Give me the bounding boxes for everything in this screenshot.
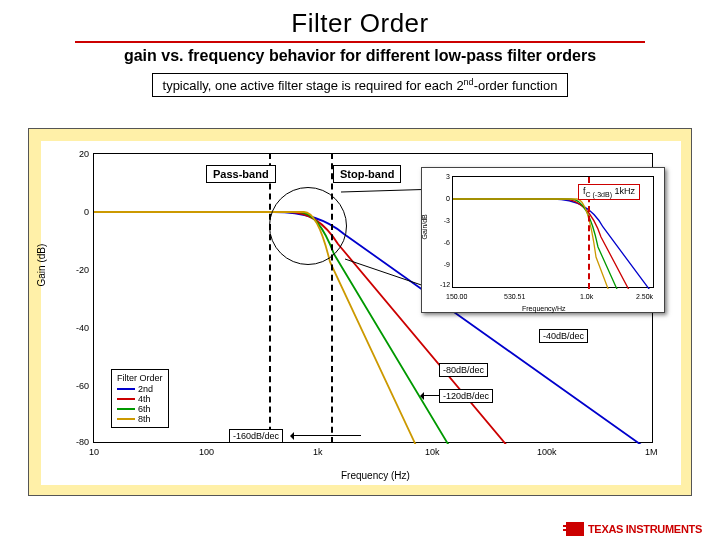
inset-ytick: -6 (440, 239, 450, 246)
note-tail: -order function (474, 78, 558, 93)
inset-ytick: -3 (440, 217, 450, 224)
title-underline (75, 41, 645, 43)
passband-separator (269, 153, 271, 443)
inset-ytick: -9 (440, 261, 450, 268)
inset-xtick: 2.50k (636, 293, 653, 300)
ti-text: TEXAS INSTRUMENTS (588, 523, 702, 535)
y-tick: -60 (65, 381, 89, 391)
y-tick: 0 (65, 207, 89, 217)
legend-row: 8th (117, 414, 163, 424)
slide-subtitle: gain vs. frequency behavior for differen… (0, 47, 720, 65)
y-tick: -20 (65, 265, 89, 275)
main-chart: Gain (dB) Frequency (Hz) 20 0 -20 -40 -6… (41, 141, 681, 485)
ti-logo: TEXAS INSTRUMENTS (566, 522, 702, 536)
slope-160: -160dB/dec (229, 429, 283, 443)
inset-ytick: 0 (440, 195, 450, 202)
note-box: typically, one active filter stage is re… (152, 73, 569, 97)
arrow-icon (421, 395, 439, 396)
inset-ytick: -12 (440, 281, 450, 288)
legend-row: 6th (117, 404, 163, 414)
x-tick: 100k (537, 447, 557, 457)
inset-xtick: 1.0k (580, 293, 593, 300)
inset-chart: Gain/dB Frequency/Hz 3 0 -3 -6 -9 -12 15… (421, 167, 665, 313)
slope-80: -80dB/dec (439, 363, 488, 377)
x-tick: 10 (89, 447, 99, 457)
y-tick: -40 (65, 323, 89, 333)
chart-frame: Gain (dB) Frequency (Hz) 20 0 -20 -40 -6… (28, 128, 692, 496)
x-tick: 100 (199, 447, 214, 457)
x-tick: 10k (425, 447, 440, 457)
note-text: typically, one active filter stage is re… (163, 78, 464, 93)
legend-swatch (117, 408, 135, 410)
inset-xtick: 530.51 (504, 293, 525, 300)
legend-title: Filter Order (117, 373, 163, 383)
note-sup: nd (464, 77, 474, 87)
stopband-label: Stop-band (333, 165, 401, 183)
x-axis-label: Frequency (Hz) (341, 470, 410, 481)
legend-swatch (117, 418, 135, 420)
inset-y-label: Gain/dB (421, 214, 428, 239)
legend: Filter Order 2nd 4th 6th 8th (111, 369, 169, 428)
knee-circle (269, 187, 347, 265)
legend-row: 2nd (117, 384, 163, 394)
fc-label: fC (-3dB) 1kHz (578, 184, 640, 200)
y-axis-label: Gain (dB) (36, 244, 47, 287)
legend-swatch (117, 398, 135, 400)
slide-title: Filter Order (0, 8, 720, 39)
inset-ytick: 3 (440, 173, 450, 180)
passband-label: Pass-band (206, 165, 276, 183)
y-tick: 20 (65, 149, 89, 159)
slide: Filter Order gain vs. frequency behavior… (0, 8, 720, 540)
y-tick: -80 (65, 437, 89, 447)
inset-xtick: 150.00 (446, 293, 467, 300)
legend-swatch (117, 388, 135, 390)
ti-chip-icon (566, 522, 584, 536)
legend-row: 4th (117, 394, 163, 404)
x-tick: 1M (645, 447, 658, 457)
slope-40: -40dB/dec (539, 329, 588, 343)
x-tick: 1k (313, 447, 323, 457)
inset-x-label: Frequency/Hz (522, 305, 566, 312)
arrow-icon (291, 435, 361, 436)
slope-120: -120dB/dec (439, 389, 493, 403)
